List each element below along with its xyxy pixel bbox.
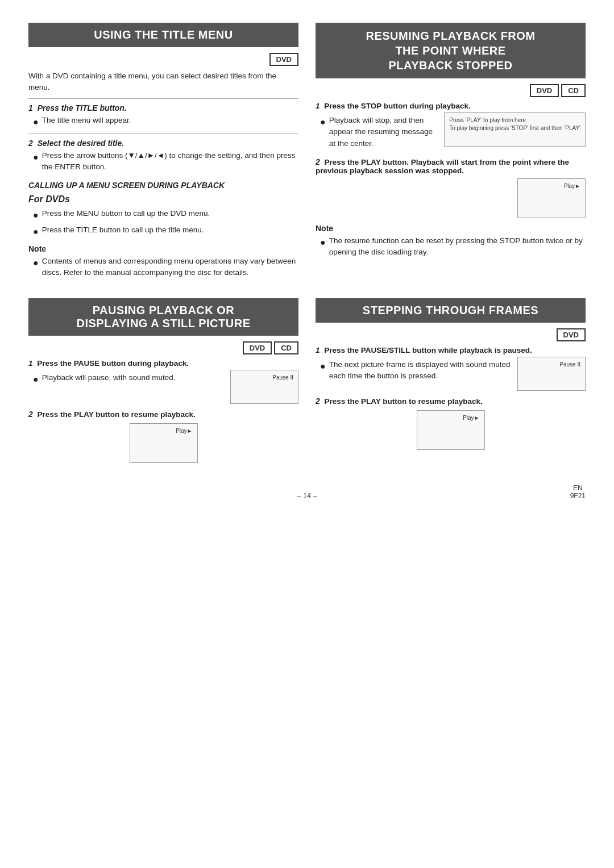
for-dvds-title: For DVDs (28, 194, 298, 205)
page-footer: – 14 – EN 9F21 (28, 491, 586, 500)
resuming-step2-text: Press the PLAY button. Playback will sta… (316, 158, 569, 175)
stepping-dvd-badge: DVD (557, 328, 586, 341)
stepping-screen2: Play► (417, 410, 485, 450)
stepping-step1-text: Press the PAUSE/STILL button while playb… (324, 346, 532, 354)
stepping-step2: 2 Press the PLAY button to resume playba… (316, 397, 586, 406)
stepping-header: STEPPING THROUGH FRAMES (316, 298, 586, 323)
screen1-line1: Press 'PLAY' to play from here (449, 116, 580, 124)
pausing-step1-content: ● Playback will pause, with sound muted.… (28, 370, 298, 404)
note-label-right: Note (316, 224, 586, 233)
bullet-dot2: ● (33, 151, 39, 164)
note-text-left: Contents of menus and corresponding menu… (42, 256, 298, 279)
note-text-right: The resume function can be reset by pres… (329, 235, 586, 258)
pausing-step2-text: Press the PLAY button to resume playback… (37, 410, 195, 419)
footer-code: EN 9F21 (570, 484, 586, 500)
bullet-dot5: ● (33, 256, 39, 270)
cd-badge-right: CD (561, 84, 586, 97)
bullet-dot3: ● (33, 208, 39, 222)
note-label-left: Note (28, 244, 298, 253)
stepping-step2-text: Press the PLAY button to resume playback… (324, 397, 482, 406)
pausing-screen1: Pause II (230, 370, 298, 404)
pausing-screen2: Play► (130, 423, 198, 463)
resuming-step1: 1 Press the STOP button during playback. (316, 102, 586, 110)
step1-text: Press the TITLE button. (38, 103, 127, 112)
dvd-bullet1: ● Press the MENU button to call up the D… (33, 208, 298, 222)
pausing-header: PAUSING PLAYBACK OR DISPLAYING A STILL P… (28, 298, 298, 336)
stepping-bullet1: ● The next picture frame is displayed wi… (320, 359, 512, 382)
step1-bullet-text: The title menu will appear. (42, 115, 131, 126)
stepping-section: STEPPING THROUGH FRAMES DVD 1 Press the … (316, 298, 586, 463)
stepping-step1: 1 Press the PAUSE/STILL button while pla… (316, 346, 586, 354)
bullet-dot9: ● (320, 360, 326, 373)
bullet-dot8: ● (33, 373, 39, 386)
pausing-section: PAUSING PLAYBACK OR DISPLAYING A STILL P… (28, 298, 298, 463)
stepping-bullet1-text: The next picture frame is displayed with… (329, 359, 512, 382)
bullet-dot7: ● (320, 236, 326, 249)
pausing-step1: 1 Press the PAUSE button during playback… (28, 359, 298, 368)
step2-num: 2 (28, 139, 33, 148)
step1-num: 1 (28, 103, 33, 112)
resuming-header: RESUMING PLAYBACK FROM THE POINT WHERE P… (316, 23, 586, 78)
note-bullet-right: ● The resume function can be reset by pr… (320, 235, 586, 258)
step2: 2 Select the desired title. (28, 139, 298, 148)
step2-bullet: ● Press the arrow buttons (▼/▲/►/◄) to c… (33, 150, 298, 173)
dvd-bullet2: ● Press the TITLE button to call up the … (33, 224, 298, 239)
dvd-badge-right: DVD (530, 84, 559, 97)
pausing-dvd-badge: DVD (243, 341, 272, 354)
pausing-screen1-text: Pause II (235, 374, 293, 382)
resuming-bullet1-text: Playback will stop, and then appear the … (329, 115, 439, 149)
pausing-cd-badge: CD (274, 341, 298, 354)
dvd-bullet2-text: Press the TITLE button to call up the ti… (42, 224, 204, 236)
stepping-screen1-text: Pause II (522, 361, 580, 369)
pausing-screen2-text: Play► (135, 427, 193, 435)
step1-bullet: ● The title menu will appear. (33, 115, 298, 129)
bullet-dot: ● (33, 115, 39, 129)
dvd-badge: DVD (269, 53, 298, 66)
bullet-dot6: ● (320, 115, 326, 129)
stepping-step1-num: 1 (316, 346, 320, 354)
resuming-step1-num: 1 (316, 102, 320, 110)
screen1-line2: To play beginning press 'STOP' first and… (449, 124, 580, 132)
title-menu-header: USING THE TITLE MENU (28, 23, 298, 47)
screen-mockup-2: Play► (517, 178, 586, 218)
resuming-step2: 2 Press the PLAY button. Playback will s… (316, 157, 586, 175)
screen-mockup-1: Press 'PLAY' to play from here To play b… (444, 112, 586, 147)
stepping-screen2-text: Play► (422, 414, 480, 422)
stepping-screen1: Pause II (517, 357, 586, 391)
screen2-text: Play► (522, 182, 580, 190)
bullet-dot4: ● (33, 225, 39, 239)
step2-text: Select the desired title. (38, 139, 125, 148)
pausing-step1-num: 1 (28, 359, 33, 368)
note-bullet: ● Contents of menus and corresponding me… (33, 256, 298, 279)
stepping-step1-content: ● The next picture frame is displayed wi… (316, 357, 586, 391)
resuming-step1-text: Press the STOP button during playback. (324, 102, 471, 110)
step2-bullet-text: Press the arrow buttons (▼/▲/►/◄) to cha… (42, 150, 298, 173)
resuming-bullet1: ● Playback will stop, and then appear th… (320, 115, 438, 149)
pausing-step1-text: Press the PAUSE button during playback. (37, 359, 189, 368)
pausing-step2: 2 Press the PLAY button to resume playba… (28, 410, 298, 419)
dvd-bullet1-text: Press the MENU button to call up the DVD… (42, 208, 210, 219)
step1: 1 Press the TITLE button. (28, 103, 298, 112)
title-menu-intro: With a DVD containing a title menu, you … (28, 70, 298, 94)
pausing-bullet1: ● Playback will pause, with sound muted. (33, 372, 225, 386)
calling-section-title: CALLING UP A MENU SCREEN DURING PLAYBACK (28, 181, 298, 190)
pausing-bullet1-text: Playback will pause, with sound muted. (42, 372, 176, 383)
page-number: – 14 – (297, 491, 317, 500)
resuming-step1-content: ● Playback will stop, and then appear th… (316, 112, 586, 152)
